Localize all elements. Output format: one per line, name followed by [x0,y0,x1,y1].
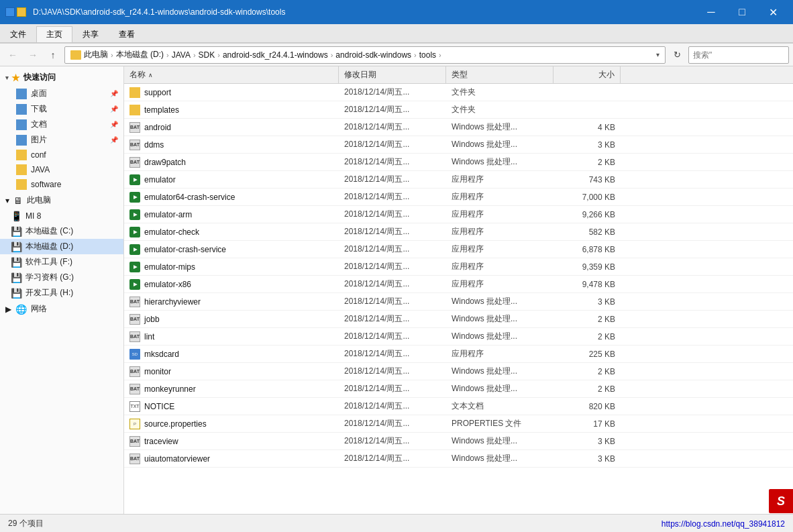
table-row[interactable]: ▶ emulator-crash-service 2018/12/14/周五..… [124,241,793,258]
path-folder-icon [70,50,81,60]
file-col-name: SD mksdcard [124,345,339,362]
file-col-date: 2018/12/14/周五... [339,450,446,467]
file-col-date: 2018/12/14/周五... [339,398,446,415]
back-button[interactable]: ← [4,46,21,64]
file-col-size [553,84,621,101]
drive-c-label: 本地磁盘 (C:) [25,225,73,237]
file-prop-icon: P [129,419,140,429]
file-col-date: 2018/12/14/周五... [339,328,446,345]
sidebar-item-java[interactable]: JAVA [0,162,123,177]
path-dropdown-arrow[interactable]: ▾ [656,51,659,58]
file-col-name: ▶ emulator [124,171,339,188]
file-col-size: 9,478 KB [553,276,621,292]
sidebar-item-pictures[interactable]: 图片 📌 [0,132,123,148]
forward-button[interactable]: → [24,46,42,64]
sidebar-item-conf[interactable]: conf [0,148,123,162]
file-name: emulator [144,175,176,184]
up-button[interactable]: ↑ [44,46,62,64]
file-col-name: BAT lint [124,328,339,345]
tab-share[interactable]: 共享 [72,26,109,42]
table-row[interactable]: ▶ emulator64-crash-service 2018/12/14/周五… [124,189,793,206]
table-row[interactable]: BAT jobb 2018/12/14/周五... Windows 批处理...… [124,311,793,328]
file-col-size: 582 KB [553,223,621,240]
file-col-date: 2018/12/14/周五... [339,223,446,240]
file-col-type: Windows 批处理... [446,433,553,449]
table-row[interactable]: BAT android 2018/12/14/周五... Windows 批处理… [124,119,793,136]
path-segment-android: android-sdk-windows [335,50,411,60]
table-row[interactable]: SD mksdcard 2018/12/14/周五... 应用程序 225 KB [124,345,793,363]
file-name: ddms [144,140,164,150]
sidebar-item-documents[interactable]: 文档 📌 [0,117,123,132]
table-row[interactable]: ▶ emulator-mips 2018/12/14/周五... 应用程序 9,… [124,258,793,276]
table-row[interactable]: ▶ emulator 2018/12/14/周五... 应用程序 743 KB [124,171,793,189]
file-col-size: 7,000 KB [553,189,621,205]
path-segment-java: JAVA [172,50,191,60]
desktop-folder-icon [16,89,27,99]
col-header-size[interactable]: 大小 [553,66,621,83]
maximize-button[interactable]: □ [727,2,757,22]
file-col-size [553,101,621,118]
mi8-icon: 📱 [11,211,21,221]
java-label: JAVA [31,165,50,174]
file-bat-icon: BAT [129,157,140,168]
sidebar-item-downloads[interactable]: 下载 📌 [0,101,123,117]
path-segment-d: 本地磁盘 (D:) [116,49,164,60]
table-row[interactable]: BAT traceview 2018/12/14/周五... Windows 批… [124,433,793,450]
table-row[interactable]: templates 2018/12/14/周五... 文件夹 [124,101,793,119]
close-button[interactable]: ✕ [758,2,788,22]
file-col-size: 9,359 KB [553,258,621,275]
table-row[interactable]: ▶ emulator-check 2018/12/14/周五... 应用程序 5… [124,223,793,241]
software-folder-icon [16,179,27,190]
sidebar-drive-g[interactable]: 💾 学习资料 (G:) [0,270,123,285]
file-col-type: 应用程序 [446,276,553,292]
file-col-size: 2 KB [553,363,621,380]
table-row[interactable]: BAT draw9patch 2018/12/14/周五... Windows … [124,154,793,171]
file-col-name: ▶ emulator-check [124,223,339,240]
file-col-size: 3 KB [553,433,621,449]
table-row[interactable]: P source.properties 2018/12/14/周五... PRO… [124,415,793,433]
tab-file[interactable]: 文件 [0,26,36,42]
table-row[interactable]: support 2018/12/14/周五... 文件夹 [124,84,793,101]
file-name: source.properties [144,419,207,429]
table-row[interactable]: BAT uiautomatorviewer 2018/12/14/周五... W… [124,450,793,468]
search-input[interactable] [688,46,789,64]
table-row[interactable]: ▶ emulator-x86 2018/12/14/周五... 应用程序 9,4… [124,276,793,293]
minimize-button[interactable]: ─ [696,2,726,22]
file-exeg-icon: ▶ [129,279,140,290]
col-header-date[interactable]: 修改日期 [339,66,446,83]
file-name: emulator-x86 [144,280,191,289]
table-row[interactable]: BAT ddms 2018/12/14/周五... Windows 批处理...… [124,136,793,154]
tab-view[interactable]: 查看 [109,26,145,42]
file-col-date: 2018/12/14/周五... [339,241,446,258]
table-row[interactable]: BAT monkeyrunner 2018/12/14/周五... Window… [124,380,793,398]
file-col-date: 2018/12/14/周五... [339,363,446,380]
this-pc-header[interactable]: ▾ 🖥 此电脑 [0,192,123,209]
sidebar-drive-d[interactable]: 💾 本地磁盘 (D:) [0,239,123,254]
csdn-link[interactable]: https://blog.csdn.net/qq_38941812 [662,519,785,529]
address-path[interactable]: 此电脑 › 本地磁盘 (D:) › JAVA › SDK › android-s… [64,46,666,64]
sidebar-drive-h[interactable]: 💾 开发工具 (H:) [0,285,123,301]
table-row[interactable]: BAT lint 2018/12/14/周五... Windows 批处理...… [124,328,793,345]
tab-home[interactable]: 主页 [36,26,72,42]
table-row[interactable]: ▶ emulator-arm 2018/12/14/周五... 应用程序 9,2… [124,206,793,223]
table-row[interactable]: BAT monitor 2018/12/14/周五... Windows 批处理… [124,363,793,380]
sidebar-drive-mi8[interactable]: 📱 MI 8 [0,209,123,223]
sidebar-item-software[interactable]: software [0,177,123,192]
table-row[interactable]: TXT NOTICE 2018/12/14/周五... 文本文档 820 KB [124,398,793,415]
col-header-name[interactable]: 名称 ∧ [124,66,339,83]
quick-access-header[interactable]: ▾ ★ 快速访问 [0,69,123,86]
file-exeg-icon: ▶ [129,262,140,272]
col-header-type[interactable]: 类型 [446,66,553,83]
sidebar-drive-f[interactable]: 💾 软件工具 (F:) [0,254,123,270]
network-icon: 🌐 [15,304,27,315]
table-row[interactable]: BAT hierarchyviewer 2018/12/14/周五... Win… [124,293,793,311]
file-col-size: 2 KB [553,328,621,345]
drive-c-icon: 💾 [11,226,21,237]
file-exeg-icon: ▶ [129,244,140,255]
col-name-label: 名称 [129,69,146,81]
file-name: monitor [144,367,171,376]
network-item[interactable]: ▶ 🌐 网络 [0,301,123,317]
refresh-button[interactable]: ↻ [668,46,686,64]
sidebar-drive-c[interactable]: 💾 本地磁盘 (C:) [0,223,123,239]
sidebar-item-desktop[interactable]: 桌面 📌 [0,86,123,101]
